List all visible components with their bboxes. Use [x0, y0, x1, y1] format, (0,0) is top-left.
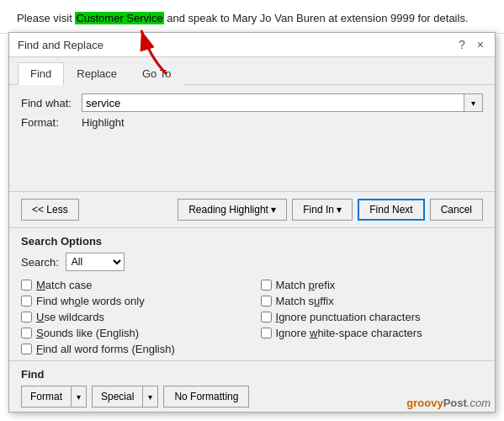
- dialog-tabs: Find Replace Go To: [9, 57, 495, 85]
- match-prefix-checkbox[interactable]: [261, 280, 272, 290]
- tab-goto[interactable]: Go To: [130, 62, 183, 85]
- use-wildcards-label: Use wildcards: [36, 311, 104, 323]
- match-suffix-label: Match suffix: [276, 295, 334, 307]
- format-dropdown: Format ▾: [21, 386, 87, 408]
- checkbox-ignore-whitespace: Ignore white-space characters: [261, 327, 484, 339]
- banner-text-before: Please visit: [17, 12, 75, 24]
- match-prefix-label: Match prefix: [276, 279, 336, 291]
- search-options-section: Search Options Search: All Up Down: [9, 228, 495, 279]
- find-what-input[interactable]: [82, 93, 464, 112]
- checkbox-ignore-punctuation: Ignore punctuation characters: [261, 311, 484, 323]
- find-all-forms-checkbox[interactable]: [21, 344, 32, 354]
- ignore-punctuation-label: Ignore punctuation characters: [276, 311, 421, 323]
- dialog-title: Find and Replace: [18, 39, 103, 51]
- checkbox-match-suffix: Match suffix: [261, 295, 484, 307]
- format-label: Format:: [21, 116, 82, 129]
- dialog-help-button[interactable]: ?: [456, 38, 468, 51]
- match-case-checkbox[interactable]: [21, 280, 32, 290]
- watermark-suffix: .com: [467, 397, 491, 409]
- watermark-groovy: groovy: [406, 397, 443, 409]
- checkbox-use-wildcards: Use wildcards: [21, 311, 244, 323]
- sounds-like-label: Sounds like (English): [36, 327, 139, 339]
- sounds-like-checkbox[interactable]: [21, 328, 32, 338]
- dialog-close-button[interactable]: ×: [475, 38, 486, 51]
- tab-replace[interactable]: Replace: [64, 62, 130, 85]
- dialog-form: Find what: ▾ Format: Highlight: [9, 85, 495, 191]
- find-in-button[interactable]: Find In ▾: [292, 199, 353, 221]
- cancel-button[interactable]: Cancel: [430, 199, 483, 221]
- find-whole-words-label: Find whole words only: [36, 295, 145, 307]
- find-what-row: Find what: ▾: [21, 93, 483, 112]
- find-next-button[interactable]: Find Next: [358, 199, 424, 221]
- dialog-titlebar: Find and Replace ? ×: [9, 33, 495, 57]
- customer-service-highlight: Customer Service: [75, 12, 163, 24]
- search-dropdown-row: Search: All Up Down: [21, 253, 483, 271]
- special-main-button[interactable]: Special: [92, 386, 142, 408]
- ignore-whitespace-checkbox[interactable]: [261, 328, 272, 338]
- find-what-label: Find what:: [21, 97, 82, 109]
- ignore-punctuation-checkbox[interactable]: [261, 312, 272, 322]
- checkboxes-grid: Match case Match prefix Find whole words…: [9, 279, 495, 355]
- top-banner: Please visit Customer Service and speak …: [0, 0, 504, 34]
- checkbox-sounds-like: Sounds like (English): [21, 327, 244, 339]
- special-dropdown: Special ▾: [92, 386, 158, 408]
- checkbox-find-whole-words: Find whole words only: [21, 295, 244, 307]
- use-wildcards-checkbox[interactable]: [21, 312, 32, 322]
- format-value: Highlight: [82, 116, 125, 129]
- tab-find[interactable]: Find: [18, 62, 64, 85]
- find-what-dropdown-arrow[interactable]: ▾: [464, 93, 483, 112]
- search-select[interactable]: All Up Down: [66, 253, 125, 271]
- title-actions: ? ×: [456, 38, 486, 51]
- bottom-title: Find: [21, 368, 483, 381]
- match-suffix-checkbox[interactable]: [261, 296, 272, 306]
- no-formatting-button[interactable]: No Formatting: [163, 386, 249, 408]
- find-whole-words-checkbox[interactable]: [21, 296, 32, 306]
- ignore-whitespace-label: Ignore white-space characters: [276, 327, 422, 339]
- watermark: groovyPost.com: [406, 397, 491, 409]
- match-case-label: Match case: [36, 279, 93, 291]
- format-row: Format: Highlight: [21, 116, 483, 129]
- checkbox-match-case: Match case: [21, 279, 244, 291]
- less-button[interactable]: << Less: [21, 199, 79, 221]
- format-main-button[interactable]: Format: [21, 386, 71, 408]
- checkbox-find-all-forms: Find all word forms (English): [21, 343, 244, 355]
- search-options-title: Search Options: [21, 235, 483, 248]
- find-all-forms-label: Find all word forms (English): [36, 343, 175, 355]
- find-replace-dialog: Find and Replace ? × Find Replace Go To …: [8, 32, 496, 413]
- reading-highlight-button[interactable]: Reading Highlight ▾: [178, 199, 287, 221]
- spacer: [21, 132, 483, 183]
- format-arrow-button[interactable]: ▾: [71, 386, 87, 408]
- special-arrow-button[interactable]: ▾: [142, 386, 158, 408]
- watermark-post: Post: [443, 397, 467, 409]
- banner-text-after: and speak to Mary Jo Van Buren at extens…: [164, 12, 469, 24]
- checkbox-match-prefix: Match prefix: [261, 279, 484, 291]
- main-button-row: << Less Reading Highlight ▾ Find In ▾ Fi…: [9, 191, 495, 228]
- search-label: Search:: [21, 256, 59, 269]
